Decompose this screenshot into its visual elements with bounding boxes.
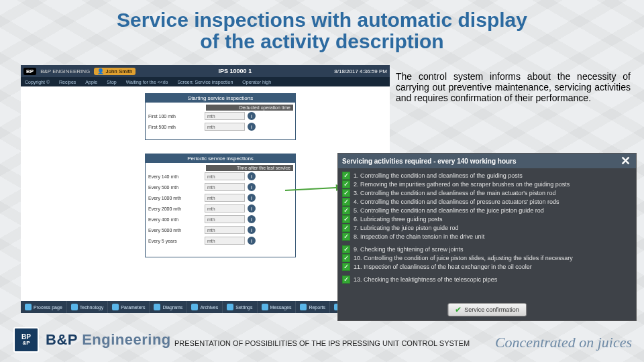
description-text: The control system informs about the nec… xyxy=(396,71,631,103)
table-row: First 100 mth mth i xyxy=(146,111,295,121)
value-field[interactable]: mth xyxy=(205,112,245,120)
panel-periodic-header: Periodic service inspections xyxy=(146,154,295,163)
taskbar-settings[interactable]: Settings xyxy=(223,301,257,313)
checkbox-icon[interactable]: ✓ xyxy=(342,198,350,206)
menu-screen[interactable]: Screen: Service inspection xyxy=(177,80,233,84)
app-menubar: Copyright © Recipes Apple Stop Waiting f… xyxy=(21,77,390,86)
checkbox-icon[interactable]: ✓ xyxy=(342,180,350,188)
brand-short-icon: BP xyxy=(23,68,36,75)
menu-recipes[interactable]: Recipes xyxy=(59,80,76,84)
messages-icon xyxy=(262,304,268,310)
taskbar-reports[interactable]: Reports xyxy=(296,301,330,313)
list-item: ✓13. Checking the leaktightness of the t… xyxy=(342,275,632,284)
parameters-icon xyxy=(112,304,119,310)
checkbox-icon[interactable]: ✓ xyxy=(342,224,350,232)
checkbox-icon[interactable]: ✓ xyxy=(342,263,350,271)
checkbox-icon[interactable]: ✓ xyxy=(342,233,350,241)
checkbox-icon[interactable]: ✓ xyxy=(342,189,350,197)
list-item: ✓2. Removing the impurities gathered on … xyxy=(342,180,632,188)
diagrams-icon xyxy=(154,304,160,310)
popup-title-text: Servicing activities required - every 14… xyxy=(342,158,517,165)
list-item: ✓3. Controlling the condition and cleanl… xyxy=(342,188,632,197)
page-title: Service inspections with automatic displ… xyxy=(0,9,644,52)
menu-copyright[interactable]: Copyright © xyxy=(25,80,50,84)
table-row: Every 500 mthmthi xyxy=(146,182,295,192)
reports-icon xyxy=(300,304,307,310)
info-icon[interactable]: i xyxy=(248,123,256,131)
list-item: ✓7. Lubricating the juice piston guide r… xyxy=(342,223,632,232)
info-icon[interactable]: i xyxy=(248,194,256,202)
table-row: First 500 mth mth i xyxy=(146,121,295,132)
title-line1: Service inspections with automatic displ… xyxy=(0,9,644,31)
taskbar-process[interactable]: Process page xyxy=(21,301,67,313)
menu-stop[interactable]: Stop xyxy=(107,80,116,84)
list-item: ✓1. Controlling the condition and cleanl… xyxy=(342,171,632,180)
panel-starting-inspections: Starting service inspections Deducted op… xyxy=(145,93,296,140)
info-icon[interactable]: i xyxy=(248,172,256,180)
table-row: Every 400 mthmthi xyxy=(146,214,295,225)
service-confirmation-button[interactable]: ✔ Service confirmation xyxy=(447,303,527,316)
brand-text: B&P Engineering xyxy=(46,331,171,349)
menu-operator[interactable]: Operator high xyxy=(242,80,271,84)
list-item: ✓5. Controlling the condition and cleanl… xyxy=(342,206,632,215)
list-item: ✓8. Inspection of the chain tension in t… xyxy=(342,232,632,241)
check-icon: ✔ xyxy=(455,305,462,314)
settings-icon xyxy=(227,304,233,310)
popup-titlebar: Servicing activities required - every 14… xyxy=(338,154,636,168)
brand-name: B&P ENGINEERING xyxy=(40,68,90,74)
archives-icon xyxy=(191,304,198,310)
checkbox-icon[interactable]: ✓ xyxy=(342,276,350,284)
table-row: Every 5000 mthmthi xyxy=(146,225,295,235)
info-icon[interactable]: i xyxy=(248,215,256,223)
popup-servicing-activities: Servicing activities required - every 14… xyxy=(337,153,637,321)
info-icon[interactable]: i xyxy=(248,237,256,245)
taskbar-diagrams[interactable]: Diagrams xyxy=(150,301,187,313)
footer-logo-block: BP&P B&P Engineering xyxy=(13,327,171,353)
popup-list: ✓1. Controlling the condition and cleanl… xyxy=(338,168,636,284)
list-item: ✓10. Controlling the condition of juice … xyxy=(342,253,632,262)
table-row: Every 5 yearsmthi xyxy=(146,235,295,246)
app-window: BP B&P ENGINEERING 👤 John Smith IPS 1000… xyxy=(21,65,390,313)
table-row: Every 2000 mthmthi xyxy=(146,203,295,214)
panel-periodic-inspections: Periodic service inspections Time after … xyxy=(145,154,296,257)
close-icon[interactable]: ✕ xyxy=(619,154,632,168)
list-item: ✓6. Lubricating three guiding posts xyxy=(342,215,632,223)
list-item: ✓11. Inspection of cleanliness of the he… xyxy=(342,262,632,271)
checkbox-icon[interactable]: ✓ xyxy=(342,254,350,262)
value-field[interactable]: mth xyxy=(205,123,245,131)
logo-icon: BP&P xyxy=(13,327,39,353)
list-item: ✓9. Checking the tightening of screw joi… xyxy=(342,245,632,253)
user-badge[interactable]: 👤 John Smith xyxy=(94,68,136,75)
app-titlebar: BP B&P ENGINEERING 👤 John Smith IPS 1000… xyxy=(21,65,390,77)
taskbar-archives[interactable]: Archives xyxy=(187,301,223,313)
checkbox-icon[interactable]: ✓ xyxy=(342,215,350,223)
panel-periodic-subheader: Time after the last service xyxy=(206,165,293,171)
list-item: ✓4. Controlling the condition and cleanl… xyxy=(342,197,632,206)
info-icon[interactable]: i xyxy=(248,112,256,120)
info-icon[interactable]: i xyxy=(248,183,256,191)
technology-icon xyxy=(71,304,78,310)
footer-caption: PRESENTATION OF POSSIBILITIES OF THE IPS… xyxy=(174,339,470,347)
table-row: Every 140 mthmthi xyxy=(146,171,295,182)
info-icon[interactable]: i xyxy=(248,204,256,213)
app-center-title: IPS 10000 1 xyxy=(140,68,330,74)
timestamp: 8/18/2017 4:36:59 PM xyxy=(334,68,387,74)
app-taskbar: Process page Technology Parameters Diagr… xyxy=(21,301,390,313)
title-line2: of the activity description xyxy=(0,31,644,52)
checkbox-icon[interactable]: ✓ xyxy=(342,172,350,180)
menu-waiting[interactable]: Waiting for the <<do xyxy=(126,80,168,84)
menu-apple[interactable]: Apple xyxy=(85,80,97,84)
table-row: Every 1000 mthmthi xyxy=(146,192,295,203)
panel-starting-header: Starting service inspections xyxy=(146,94,295,103)
slogan-text: Concentrated on juices xyxy=(495,334,632,351)
checkbox-icon[interactable]: ✓ xyxy=(342,245,350,253)
checkbox-icon[interactable]: ✓ xyxy=(342,206,350,215)
taskbar-messages[interactable]: Messages xyxy=(258,301,297,313)
process-icon xyxy=(25,304,32,310)
info-icon[interactable]: i xyxy=(248,226,256,234)
panel-starting-subheader: Deducted operation time xyxy=(206,105,293,111)
taskbar-parameters[interactable]: Parameters xyxy=(108,301,150,313)
taskbar-technology[interactable]: Technology xyxy=(67,301,108,313)
